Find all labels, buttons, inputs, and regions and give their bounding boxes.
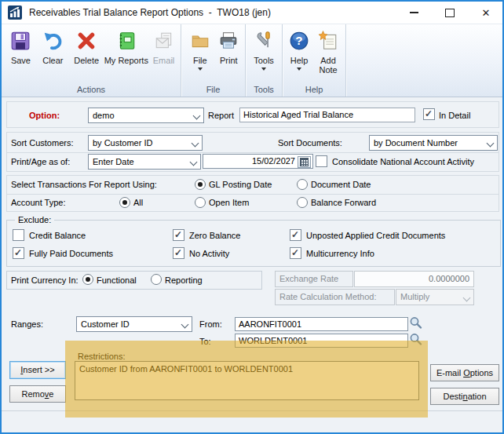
row-divider [7,194,499,195]
email-options-label-post: ptions [470,368,493,377]
range-to-field[interactable]: WORLDENT0001 [235,334,408,348]
add-note-button[interactable]: Add Note [312,27,344,75]
save-button[interactable]: Save [5,27,37,65]
open-item-radio[interactable] [195,197,206,208]
print-age-combo[interactable]: Enter Date [88,154,201,170]
my-reports-label-delete: Delete [74,56,99,65]
gl-posting-date-label: GL Posting Date [209,180,272,189]
save-icon [10,28,31,53]
insert-button[interactable]: Insert >> [9,361,66,379]
calendar-button[interactable] [298,156,311,168]
select-transactions-label: Select Transactions For Report Using: [11,180,157,189]
reporting-radio[interactable] [151,274,162,285]
email-options-label-pre: E-mail [436,368,463,377]
range-from-field[interactable]: AARONFIT0001 [235,317,408,331]
window-title: Receivables Trial Balance Report Options… [29,7,271,18]
ranges-label: Ranges: [11,319,43,329]
sort-customers-label: Sort Customers: [11,138,73,148]
range-from-value: AARONFIT0001 [239,319,301,329]
in-detail-label: In Detail [439,111,470,120]
chevron-down-icon [181,321,189,329]
magnifier-icon [408,332,423,346]
email-button: Email [148,27,179,65]
email-icon [154,28,174,53]
report-label: Report [208,111,234,120]
credit-balance-checkbox[interactable] [13,229,24,241]
unposted-applied-credit-checkbox[interactable] [290,229,301,241]
email-options-label-accel: O [463,368,470,377]
option-combo[interactable]: demo [88,108,204,123]
print-button[interactable]: Print [214,27,243,65]
toolbar-group-label-actions: Actions [2,84,181,97]
unposted-applied-credit-label: Unposted Applied Credit Documents [306,231,445,240]
range-to-label: To: [199,337,211,346]
email-label: Email [153,56,175,65]
print-label: Print [220,56,238,65]
multicurrency-info-checkbox[interactable] [290,247,301,259]
restriction-item[interactable]: Customer ID from AARONFIT0001 to WORLDEN… [79,364,415,374]
clear-button[interactable]: Clear [37,27,69,65]
minimize-button[interactable] [400,3,427,22]
tools-button[interactable]: Tools [248,27,279,73]
toolbar-group-label-tools: Tools [246,84,282,97]
account-type-all-radio[interactable] [119,197,130,208]
print-age-date-field[interactable]: 15/02/2027 [203,154,313,169]
account-type-label: Account Type: [11,198,66,207]
sort-customers-value: by Customer ID [93,138,152,148]
report-options-form: Option: demo Report Historical Aged Tria… [2,97,502,432]
file-button[interactable]: File [186,27,214,73]
consolidate-checkbox[interactable] [316,155,327,167]
document-date-label: Document Date [311,180,371,189]
email-options-button[interactable]: E-mail Options [430,364,499,381]
exchange-rate-field: 0.0000000 [354,271,474,287]
destination-button[interactable]: Destination [430,388,499,405]
rate-calculation-method-value: Multiply [400,292,429,301]
restrictions-listbox[interactable]: Customer ID from AARONFIT0001 to WORLDEN… [75,361,419,400]
sort-customers-combo[interactable]: by Customer ID [88,135,203,151]
maximize-icon [445,9,455,17]
ranges-combo[interactable]: Customer ID [76,316,192,332]
my-reports-button[interactable]: My Reports [104,27,148,65]
row-divider [7,152,499,153]
remove-button[interactable]: Remove [9,385,66,403]
in-detail-checkbox[interactable] [423,108,435,120]
report-field: Historical Aged Trial Balance [239,108,415,122]
fully-paid-documents-checkbox[interactable] [13,247,24,259]
destination-label-post: ation [468,392,487,401]
help-button[interactable]: ? Help [286,27,312,73]
close-icon: ✕ [482,8,491,18]
sort-documents-combo[interactable]: by Document Number [369,135,498,151]
toolbar-group-actions: Save Clear Delete [2,24,181,97]
clear-label: Clear [42,56,63,65]
to-lookup-button[interactable] [408,332,423,346]
window-controls: ✕ [391,3,499,22]
gl-posting-date-radio[interactable] [195,179,206,190]
from-lookup-button[interactable] [408,315,423,330]
remove-label-post: e [49,389,53,399]
file-label: File [193,56,207,65]
toolbar-group-label-file: File [181,84,245,97]
no-activity-checkbox[interactable] [173,247,184,259]
print-age-label: Print/Age as of: [11,157,70,166]
bottom-separator [2,410,502,411]
zero-balance-label: Zero Balance [189,231,240,240]
toolbar-group-tools: Tools Tools [246,24,283,97]
toolbar-group-help: ? Help Add Note Help [283,24,346,97]
exchange-rate-label: Exchange Rate [275,271,353,287]
document-date-radio[interactable] [297,179,308,190]
functional-label: Functional [97,275,137,285]
chevron-down-icon [463,294,471,302]
functional-radio[interactable] [82,274,93,285]
range-from-label: From: [199,319,222,329]
delete-button[interactable]: Delete [69,27,104,65]
maximize-button[interactable] [436,3,463,22]
magnifier-icon [408,315,423,330]
title-bar: Receivables Trial Balance Report Options… [2,2,502,24]
balance-forward-radio[interactable] [297,197,308,208]
close-button[interactable]: ✕ [473,3,499,22]
print-age-date-value: 15/02/2027 [252,156,295,166]
zero-balance-checkbox[interactable] [173,229,184,241]
sort-documents-label: Sort Documents: [278,138,342,148]
balance-forward-label: Balance Forward [311,198,376,207]
delete-icon [76,28,97,53]
